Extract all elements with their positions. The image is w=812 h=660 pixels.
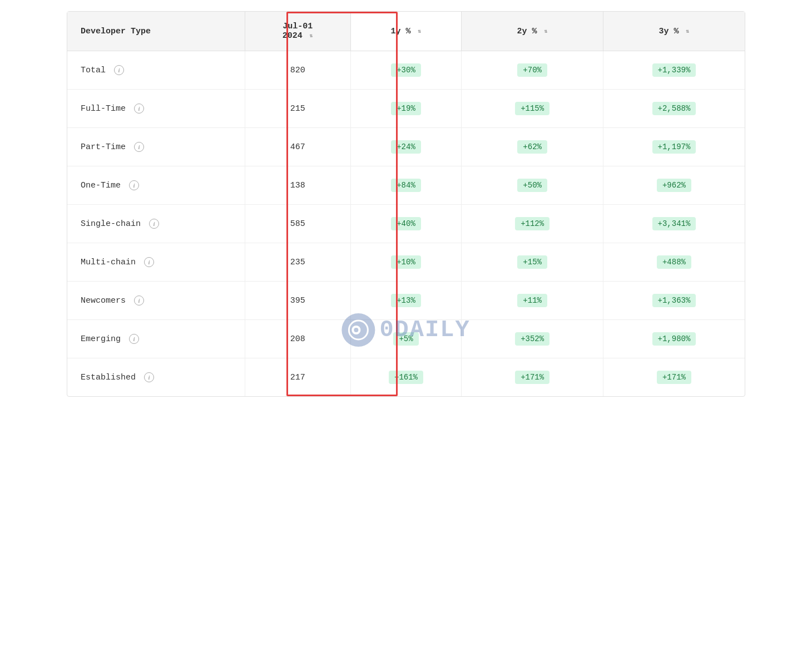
cell-1y-pct: +84% [350,166,462,205]
developer-type-label: Emerging [81,334,121,344]
cell-2y-pct: +11% [462,282,603,320]
cell-1y-pct: +30% [350,51,462,90]
info-icon[interactable]: i [134,295,144,306]
cell-1y-pct: +40% [350,205,462,243]
cell-1y-pct: +10% [350,243,462,282]
badge-3y: +1,339% [652,63,696,77]
cell-2y-pct: +70% [462,51,603,90]
cell-jul2024: 138 [245,166,351,205]
info-icon[interactable]: i [129,334,139,344]
jul2024-value: 467 [290,142,305,152]
col-header-2y[interactable]: 2y % ⇅ [462,12,603,51]
jul2024-value: 395 [290,296,305,306]
cell-1y-pct: +5% [350,320,462,358]
cell-developer-type: Part-Time i [67,128,245,166]
info-icon[interactable]: i [134,104,144,114]
badge-3y: +171% [657,371,691,384]
cell-1y-pct: +13% [350,282,462,320]
badge-2y: +171% [515,371,549,384]
cell-3y-pct: +1,339% [603,51,745,90]
cell-jul2024: 395 [245,282,351,320]
badge-2y: +11% [517,294,547,307]
col-header-jul2024[interactable]: Jul-01 2024 ⇅ [245,12,351,51]
info-icon[interactable]: i [129,180,139,190]
developer-type-label: Part-Time [81,142,126,152]
info-icon[interactable]: i [144,372,154,382]
badge-1y: +30% [391,63,421,77]
cell-3y-pct: +962% [603,166,745,205]
table-row: Single-chain i585+40%+112%+3,341% [67,205,745,243]
cell-1y-pct: +161% [350,358,462,397]
table-row: Emerging i208+5%+352%+1,980% [67,320,745,358]
badge-1y: +161% [389,371,423,384]
table-row: Total i820+30%+70%+1,339% [67,51,745,90]
badge-3y: +1,980% [652,332,696,346]
info-icon[interactable]: i [114,65,124,75]
cell-2y-pct: +15% [462,243,603,282]
badge-3y: +3,341% [652,217,696,230]
cell-jul2024: 467 [245,128,351,166]
developer-type-label: Full-Time [81,104,126,114]
cell-jul2024: 215 [245,90,351,128]
developer-type-label: Established [81,373,136,382]
developer-type-label: Total [81,66,106,75]
badge-2y: +62% [517,140,547,154]
cell-jul2024: 217 [245,358,351,397]
cell-3y-pct: +488% [603,243,745,282]
cell-3y-pct: +171% [603,358,745,397]
col-header-1y[interactable]: 1y % ⇅ [350,12,462,51]
jul2024-value: 820 [290,66,305,75]
col-header-3y[interactable]: 3y % ⇅ [603,12,745,51]
cell-2y-pct: +171% [462,358,603,397]
jul2024-value: 217 [290,373,305,382]
cell-jul2024: 235 [245,243,351,282]
developer-type-label: Single-chain [81,219,141,229]
sort-icon-3y: ⇅ [686,28,689,35]
badge-1y: +40% [391,217,421,230]
badge-2y: +352% [515,332,549,346]
badge-2y: +15% [517,255,547,269]
data-table: Developer Type Jul-01 2024 ⇅ 1y % ⇅ 2y %… [67,11,745,397]
badge-2y: +70% [517,63,547,77]
badge-3y: +1,363% [652,294,696,307]
cell-developer-type: Single-chain i [67,205,245,243]
table-row: Established i217+161%+171%+171% [67,358,745,397]
cell-3y-pct: +1,980% [603,320,745,358]
cell-3y-pct: +1,363% [603,282,745,320]
badge-3y: +488% [657,255,691,269]
table-row: Newcomers i395+13%+11%+1,363% [67,282,745,320]
cell-jul2024: 820 [245,51,351,90]
table-row: Part-Time i467+24%+62%+1,197% [67,128,745,166]
badge-3y: +1,197% [652,140,696,154]
developer-type-label: Newcomers [81,296,126,306]
cell-3y-pct: +3,341% [603,205,745,243]
jul2024-value: 138 [290,181,305,190]
sort-icon-1y: ⇅ [418,28,422,35]
jul2024-value: 585 [290,219,305,229]
cell-3y-pct: +1,197% [603,128,745,166]
cell-2y-pct: +352% [462,320,603,358]
cell-2y-pct: +112% [462,205,603,243]
badge-2y: +112% [515,217,549,230]
cell-developer-type: One-Time i [67,166,245,205]
cell-jul2024: 585 [245,205,351,243]
developer-type-label: Multi-chain [81,258,136,267]
badge-3y: +2,588% [652,102,696,115]
table-row: Full-Time i215+19%+115%+2,588% [67,90,745,128]
info-icon[interactable]: i [134,142,144,152]
col-header-developer-type: Developer Type [67,12,245,51]
cell-2y-pct: +50% [462,166,603,205]
cell-1y-pct: +19% [350,90,462,128]
cell-developer-type: Full-Time i [67,90,245,128]
badge-1y: +19% [391,102,421,115]
cell-developer-type: Multi-chain i [67,243,245,282]
table-row: Multi-chain i235+10%+15%+488% [67,243,745,282]
sort-icon-jul2024: ⇅ [310,32,313,39]
badge-1y: +24% [391,140,421,154]
cell-developer-type: Established i [67,358,245,397]
badge-1y: +10% [391,255,421,269]
info-icon[interactable]: i [144,257,154,267]
badge-1y: +13% [391,294,421,307]
info-icon[interactable]: i [149,219,159,229]
cell-2y-pct: +62% [462,128,603,166]
